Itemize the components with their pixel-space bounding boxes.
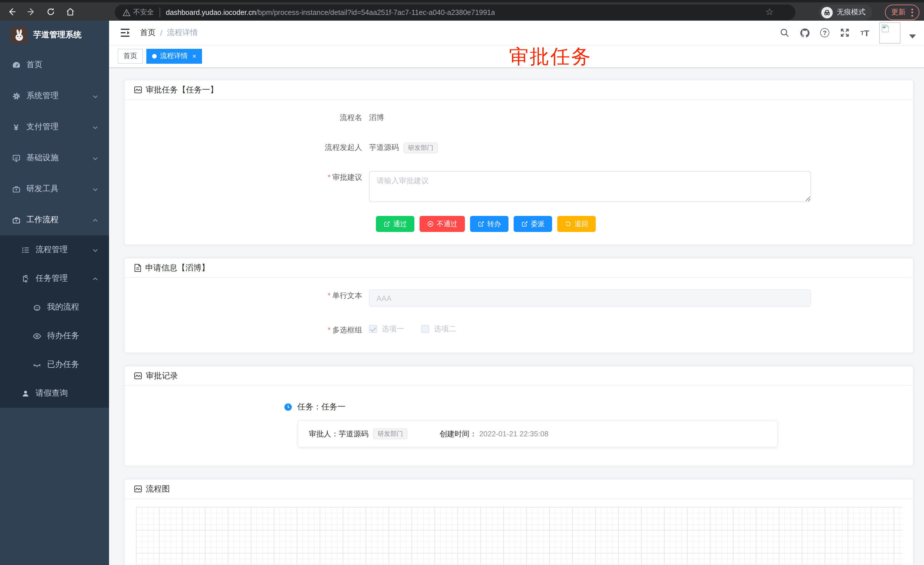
breadcrumb-home[interactable]: 首页 xyxy=(140,27,156,38)
dashboard-icon xyxy=(12,60,21,69)
document-icon xyxy=(134,263,142,272)
rabbit-logo-icon xyxy=(10,26,27,44)
sidebar-item-todo-tasks[interactable]: 待办任务 xyxy=(0,322,109,350)
single-text-input xyxy=(369,289,811,307)
incognito-icon xyxy=(821,7,833,18)
record-timeline: 任务：任务一 审批人： 芋道源码 研发部门 创建时间： 2022-01-21 2… xyxy=(284,400,902,447)
bpmn-canvas[interactable] xyxy=(136,507,903,565)
user-icon xyxy=(21,389,30,398)
workflow-icon xyxy=(12,215,21,224)
workflow-submenu: 流程管理 任务管理 我的流程 xyxy=(0,236,109,408)
approval-suggestion-input[interactable] xyxy=(369,171,811,202)
browser-menu-icon[interactable] xyxy=(911,8,913,17)
sidebar-item-leave-query[interactable]: 请假查询 xyxy=(0,379,109,408)
process-diagram-card: 流程图 xyxy=(124,479,914,565)
sidebar-item-my-process[interactable]: 我的流程 xyxy=(0,293,109,322)
sidebar-item-done-tasks[interactable]: 已办任务 xyxy=(0,350,109,379)
record-card-header: 审批记录 xyxy=(124,366,913,386)
header-actions: ? TT xyxy=(779,21,916,45)
return-button[interactable]: 退回 xyxy=(557,216,596,232)
tab-process-detail[interactable]: 流程详情 × xyxy=(146,48,202,63)
reload-icon[interactable] xyxy=(42,3,58,20)
security-status[interactable]: 不安全 xyxy=(123,8,160,17)
chevron-up-icon xyxy=(92,216,99,225)
toolbox-icon xyxy=(12,184,21,194)
edit-icon xyxy=(383,221,390,227)
avatar[interactable] xyxy=(879,22,900,44)
active-dot xyxy=(152,54,157,58)
gear-icon xyxy=(12,91,21,101)
browser-update-button[interactable]: 更新 xyxy=(885,5,920,20)
back-icon[interactable] xyxy=(3,3,20,20)
forward-icon[interactable] xyxy=(23,3,39,20)
reject-button[interactable]: 不通过 xyxy=(420,216,465,232)
list-icon xyxy=(21,245,30,254)
edit-icon xyxy=(521,221,528,227)
initiator-value: 芋道源码 xyxy=(369,141,399,154)
app-title: 芋道管理系统 xyxy=(33,30,81,40)
home-icon[interactable] xyxy=(62,3,78,20)
approver-label: 审批人： xyxy=(309,429,339,439)
github-icon[interactable] xyxy=(799,27,810,39)
monitor-icon xyxy=(12,153,21,162)
suggestion-row: *审批建议 xyxy=(136,171,902,202)
approval-card-title: 审批任务【任务一】 xyxy=(146,85,218,95)
sidebar-item-payment[interactable]: ¥ 支付管理 xyxy=(0,111,109,143)
main-area: 首页 / 流程详情 ? TT xyxy=(109,21,924,565)
sidebar-item-workflow[interactable]: 工作流程 xyxy=(0,204,109,236)
app-logo[interactable]: 芋道管理系统 xyxy=(0,21,109,50)
picture-icon xyxy=(134,371,142,380)
tree-icon xyxy=(21,274,30,283)
fullscreen-icon[interactable] xyxy=(839,27,850,39)
avatar-caret-icon[interactable] xyxy=(909,34,916,38)
incognito-badge: 无痕模式 xyxy=(819,5,872,20)
created-label: 创建时间： xyxy=(440,429,477,439)
diagram-card-title: 流程图 xyxy=(146,484,170,494)
font-size-icon[interactable]: TT xyxy=(859,27,871,39)
eye-closed-icon xyxy=(32,360,41,369)
delegate-button[interactable]: 委派 xyxy=(514,216,552,232)
chevron-down-icon xyxy=(92,92,99,102)
eye-icon xyxy=(32,331,41,341)
sidebar-menu: 首页 系统管理 ¥ 支付管理 基础设施 xyxy=(0,50,109,408)
checkbox-option-1: 选项一 xyxy=(369,324,404,334)
sidebar-item-system[interactable]: 系统管理 xyxy=(0,80,109,111)
initiator-row: 流程发起人 芋道源码 研发部门 xyxy=(136,141,902,154)
refresh-icon xyxy=(565,221,572,227)
face-icon xyxy=(32,303,41,312)
tab-home[interactable]: 首页 xyxy=(118,48,143,63)
sidebar-collapse-icon[interactable] xyxy=(117,25,133,41)
sidebar-item-infra[interactable]: 基础设施 xyxy=(0,143,109,173)
process-name-row: 流程名 滔博 xyxy=(136,111,902,124)
record-detail-card: 审批人： 芋道源码 研发部门 创建时间： 2022-01-21 22:35:08 xyxy=(298,420,778,447)
circle-close-icon xyxy=(427,221,434,227)
help-icon[interactable]: ? xyxy=(819,27,831,39)
annotation-text: 审批任务 xyxy=(509,44,592,70)
created-time: 2022-01-21 22:35:08 xyxy=(479,430,548,438)
apply-info-card: 申请信息【滔博】 *单行文本 *多选框组 选项一 xyxy=(124,258,914,353)
page-header: 首页 / 流程详情 ? TT xyxy=(109,21,924,45)
checkbox-group-row: *多选框组 选项一 选项二 xyxy=(136,324,902,337)
url-host: dashboard.yudao.iocoder.cn xyxy=(166,8,256,17)
transfer-button[interactable]: 转办 xyxy=(470,216,508,232)
sidebar-item-task-mgmt[interactable]: 任务管理 xyxy=(0,264,109,293)
approval-record-card: 审批记录 任务：任务一 审批人： 芋道源码 研发部门 创建时间： xyxy=(124,366,914,466)
sidebar-item-devtools[interactable]: 研发工具 xyxy=(0,173,109,204)
sidebar-item-home[interactable]: 首页 xyxy=(0,50,109,80)
url-bar[interactable]: 不安全 dashboard.yudao.iocoder.cn/bpm/proce… xyxy=(115,5,795,20)
apply-card-title: 申请信息【滔博】 xyxy=(145,263,210,273)
checkbox-checked-icon xyxy=(369,325,377,333)
sidebar: 芋道管理系统 首页 系统管理 ¥ 支付管理 xyxy=(0,21,109,565)
tab-close-icon[interactable]: × xyxy=(192,52,196,60)
picture-icon xyxy=(134,485,142,493)
bookmark-star-icon[interactable]: ☆ xyxy=(765,6,774,18)
breadcrumb-current: 流程详情 xyxy=(167,27,198,38)
chevron-down-icon xyxy=(92,246,99,255)
approval-actions: 通过 不通过 转办 委派 xyxy=(376,216,902,232)
sidebar-item-process-mgmt[interactable]: 流程管理 xyxy=(0,236,109,264)
yen-icon: ¥ xyxy=(12,122,21,131)
search-icon[interactable] xyxy=(779,27,790,39)
approve-button[interactable]: 通过 xyxy=(376,216,414,232)
page-content: 审批任务【任务一】 流程名 滔博 流程发起人 芋道源码 研发部门 xyxy=(109,68,924,565)
dept-tag: 研发部门 xyxy=(404,142,438,153)
